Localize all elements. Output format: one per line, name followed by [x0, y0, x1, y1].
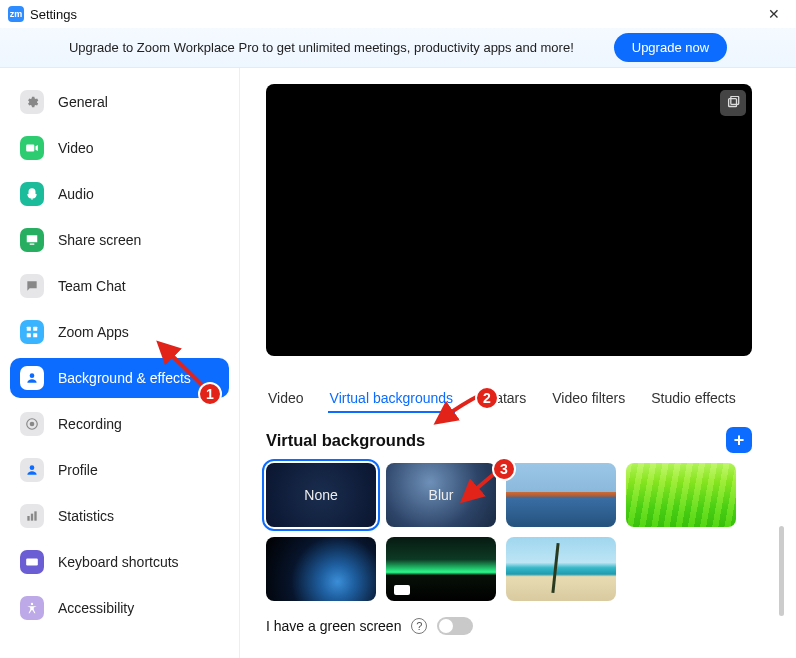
sidebar-item-label: Zoom Apps — [58, 324, 129, 340]
annotation-marker-2: 2 — [475, 386, 499, 410]
background-tile-bridge[interactable] — [506, 463, 616, 527]
greenscreen-toggle[interactable] — [437, 617, 473, 635]
svg-rect-10 — [34, 511, 36, 520]
general-icon — [20, 90, 44, 114]
section-title: Virtual backgrounds — [266, 431, 425, 450]
background-tile-aurora[interactable] — [386, 537, 496, 601]
share-screen-icon — [20, 228, 44, 252]
banner-text: Upgrade to Zoom Workplace Pro to get unl… — [69, 40, 574, 55]
sidebar-item-accessibility[interactable]: Accessibility — [10, 588, 229, 628]
sidebar-item-label: Recording — [58, 416, 122, 432]
sidebar-item-statistics[interactable]: Statistics — [10, 496, 229, 536]
svg-rect-14 — [731, 96, 739, 104]
camera-badge-icon — [394, 585, 410, 595]
svg-rect-13 — [729, 99, 737, 107]
team-chat-icon — [20, 274, 44, 298]
sidebar-item-keyboard-shortcuts[interactable]: Keyboard shortcuts — [10, 542, 229, 582]
background-tile-grass[interactable] — [626, 463, 736, 527]
tab-studio-effects[interactable]: Studio effects — [649, 384, 738, 413]
svg-rect-3 — [33, 333, 37, 337]
sidebar-item-recording[interactable]: Recording — [10, 404, 229, 444]
greenscreen-label: I have a green screen — [266, 618, 401, 634]
sidebar-item-label: Statistics — [58, 508, 114, 524]
svg-point-12 — [31, 603, 33, 605]
expand-preview-icon[interactable] — [720, 90, 746, 116]
profile-icon — [20, 458, 44, 482]
sidebar-item-general[interactable]: General — [10, 82, 229, 122]
add-background-button[interactable]: + — [726, 427, 752, 453]
sidebar-item-team-chat[interactable]: Team Chat — [10, 266, 229, 306]
svg-rect-2 — [27, 333, 31, 337]
svg-point-6 — [30, 422, 35, 427]
background-tile-none[interactable]: None — [266, 463, 376, 527]
svg-point-7 — [30, 465, 35, 470]
sidebar-item-profile[interactable]: Profile — [10, 450, 229, 490]
svg-rect-8 — [27, 516, 29, 521]
background-effects-icon — [20, 366, 44, 390]
background-tile-earth[interactable] — [266, 537, 376, 601]
upgrade-button[interactable]: Upgrade now — [614, 33, 727, 62]
upgrade-banner: Upgrade to Zoom Workplace Pro to get unl… — [0, 28, 796, 68]
sidebar-item-label: Audio — [58, 186, 94, 202]
keyboard-shortcuts-icon — [20, 550, 44, 574]
sidebar-item-label: Keyboard shortcuts — [58, 554, 179, 570]
sidebar-item-share-screen[interactable]: Share screen — [10, 220, 229, 260]
recording-icon — [20, 412, 44, 436]
sidebar-item-label: Team Chat — [58, 278, 126, 294]
tile-label: None — [304, 487, 337, 503]
close-icon[interactable]: ✕ — [760, 4, 788, 24]
audio-icon — [20, 182, 44, 206]
sidebar-item-label: General — [58, 94, 108, 110]
annotation-marker-3: 3 — [492, 457, 516, 481]
svg-rect-0 — [27, 327, 31, 331]
statistics-icon — [20, 504, 44, 528]
sidebar-item-video[interactable]: Video — [10, 128, 229, 168]
video-icon — [20, 136, 44, 160]
zoom-logo-icon: zm — [8, 6, 24, 22]
tab-video-filters[interactable]: Video filters — [550, 384, 627, 413]
titlebar: zm Settings ✕ — [0, 0, 796, 28]
video-preview — [266, 84, 752, 356]
scrollbar[interactable] — [779, 526, 784, 616]
sidebar-item-label: Accessibility — [58, 600, 134, 616]
sidebar-item-label: Video — [58, 140, 94, 156]
sidebar-item-audio[interactable]: Audio — [10, 174, 229, 214]
window-title: Settings — [30, 7, 77, 22]
svg-rect-11 — [26, 559, 38, 566]
svg-point-4 — [30, 373, 35, 378]
effects-tabs: VideoVirtual backgroundsAvatarsVideo fil… — [266, 384, 776, 413]
svg-rect-1 — [33, 327, 37, 331]
zoom-apps-icon — [20, 320, 44, 344]
help-icon[interactable]: ? — [411, 618, 427, 634]
accessibility-icon — [20, 596, 44, 620]
tile-label: Blur — [429, 487, 454, 503]
svg-rect-9 — [31, 514, 33, 521]
sidebar-item-label: Profile — [58, 462, 98, 478]
tab-video[interactable]: Video — [266, 384, 306, 413]
background-tile-beach[interactable] — [506, 537, 616, 601]
settings-main: VideoVirtual backgroundsAvatarsVideo fil… — [240, 68, 796, 658]
sidebar-item-label: Share screen — [58, 232, 141, 248]
annotation-marker-1: 1 — [198, 382, 222, 406]
